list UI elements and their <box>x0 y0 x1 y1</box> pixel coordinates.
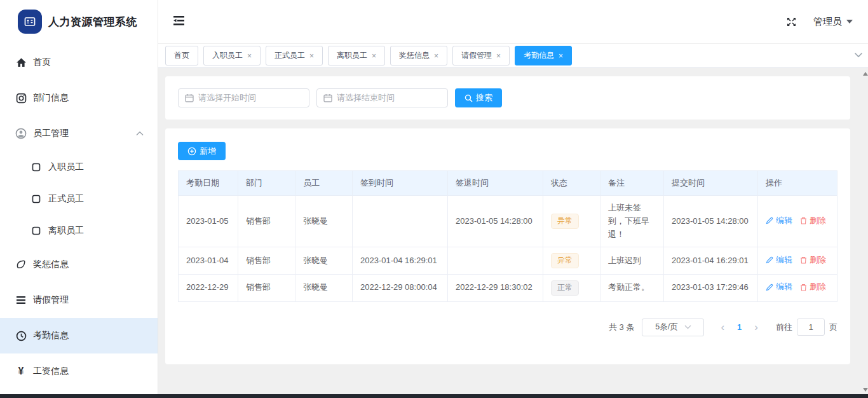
edit-button[interactable]: 编辑 <box>766 254 792 267</box>
sidebar-item-attendance[interactable]: 考勤信息 <box>0 318 158 353</box>
sidebar-item-home[interactable]: 首页 <box>0 45 158 80</box>
sidebar-item-label: 入职员工 <box>48 161 84 173</box>
delete-button[interactable]: 删除 <box>800 280 826 294</box>
close-icon[interactable]: × <box>372 52 376 60</box>
status-badge: 异常 <box>551 214 579 229</box>
square-icon <box>31 225 42 237</box>
circle-plus-icon <box>187 147 196 156</box>
scroll-up-arrow-icon[interactable] <box>863 72 868 76</box>
tab-regular-employees[interactable]: 正式员工 × <box>266 46 323 65</box>
cell-dept: 销售部 <box>238 247 295 275</box>
sidebar-item-salary[interactable]: ¥ 工资信息 <box>0 353 158 389</box>
sidebar-item-departed-employees[interactable]: 离职员工 <box>0 215 158 247</box>
search-panel: 请选择开始时间 请选择结束时间 搜索 <box>165 76 850 120</box>
cell-checkin <box>353 196 448 247</box>
main-content: 请选择开始时间 请选择结束时间 搜索 新增 <box>158 68 863 394</box>
col-actions: 操作 <box>758 171 837 196</box>
start-date-input[interactable]: 请选择开始时间 <box>178 88 309 107</box>
trash-icon <box>800 217 807 224</box>
chevron-down-icon[interactable] <box>854 52 863 58</box>
next-page-button[interactable]: › <box>748 322 764 333</box>
app-title: 人力资源管理系统 <box>48 15 137 29</box>
user-dropdown[interactable]: 管理员 <box>813 16 853 28</box>
edit-label: 编辑 <box>776 254 792 267</box>
close-icon[interactable]: × <box>309 52 314 60</box>
edit-label: 编辑 <box>776 214 792 228</box>
tab-departed-employees[interactable]: 离职员工 × <box>328 46 385 65</box>
sidebar-item-rewards-punishments[interactable]: 奖惩信息 <box>0 247 158 282</box>
current-page[interactable]: 1 <box>731 322 748 332</box>
attendance-panel: 新增 考勤日期 部门 员工 签到时间 签退时间 状态 备注 提交时间 操作 <box>165 128 850 364</box>
sidebar-item-employee-management[interactable]: 员工管理 <box>0 116 158 151</box>
cell-checkout: 2023-01-05 14:28:00 <box>448 196 543 247</box>
home-icon <box>15 57 27 68</box>
delete-button[interactable]: 删除 <box>800 214 826 228</box>
tab-label: 考勤信息 <box>524 50 554 61</box>
close-icon[interactable]: × <box>247 52 252 60</box>
edit-button[interactable]: 编辑 <box>766 214 792 228</box>
table-row: 2023-01-05 销售部 张晓曼 2023-01-05 14:28:00 异… <box>179 196 837 247</box>
tab-onboarding-employees[interactable]: 入职员工 × <box>203 46 261 65</box>
clock-icon <box>15 330 27 341</box>
cell-date: 2022-12-29 <box>179 274 238 301</box>
scroll-down-arrow-icon[interactable] <box>863 388 868 392</box>
end-date-input[interactable]: 请选择结束时间 <box>316 88 448 107</box>
sidebar-item-label: 正式员工 <box>48 193 84 205</box>
chevron-down-icon <box>684 325 691 329</box>
cell-checkin: 2023-01-04 16:29:01 <box>353 247 448 275</box>
page-size-select[interactable]: 5条/页 <box>642 319 704 336</box>
tab-rewards-punishments[interactable]: 奖惩信息 × <box>390 46 447 65</box>
cell-checkout <box>448 247 543 275</box>
cell-status: 异常 <box>543 247 600 275</box>
col-employee: 员工 <box>295 171 353 196</box>
tab-label: 首页 <box>174 50 189 61</box>
cell-status: 正常 <box>543 274 600 301</box>
tab-attendance[interactable]: 考勤信息 × <box>515 46 572 65</box>
sidebar-item-label: 请假管理 <box>33 294 69 306</box>
cell-status: 异常 <box>543 196 600 247</box>
cell-date: 2023-01-04 <box>179 247 238 275</box>
cell-date: 2023-01-05 <box>179 196 238 247</box>
fullscreen-icon[interactable] <box>786 17 797 27</box>
col-checkin-time: 签到时间 <box>353 171 448 196</box>
tab-home[interactable]: 首页 <box>165 46 198 65</box>
vertical-scrollbar[interactable] <box>863 68 868 394</box>
search-button[interactable]: 搜索 <box>455 88 502 107</box>
cell-checkout: 2022-12-29 18:30:02 <box>448 274 543 301</box>
edit-button[interactable]: 编辑 <box>766 280 792 294</box>
close-icon[interactable]: × <box>434 52 438 60</box>
close-icon[interactable]: × <box>496 52 501 60</box>
sidebar-menu: 首页 部门信息 员工管理 入职员工 <box>0 43 158 389</box>
goto-label: 前往 <box>776 322 792 333</box>
yen-icon: ¥ <box>15 366 27 377</box>
topbar-actions: 管理员 <box>786 0 853 43</box>
pencil-icon <box>766 284 773 291</box>
user-icon <box>15 128 27 139</box>
tab-bar: 首页 入职员工 × 正式员工 × 离职员工 × 奖惩信息 × 请假管理 × 考勤… <box>158 43 868 68</box>
delete-button[interactable]: 删除 <box>800 254 826 267</box>
goto-page-input[interactable] <box>797 319 825 336</box>
pencil-icon <box>766 256 773 264</box>
tab-label: 离职员工 <box>337 50 367 61</box>
sidebar-item-onboarding-employees[interactable]: 入职员工 <box>0 151 158 183</box>
sidebar-item-departments[interactable]: 部门信息 <box>0 80 158 116</box>
list-icon <box>15 294 27 306</box>
tab-leave-management[interactable]: 请假管理 × <box>452 46 510 65</box>
cell-actions: 编辑删除 <box>758 196 837 247</box>
cell-remark: 上班未签到，下班早退！ <box>600 196 664 247</box>
sidebar-item-regular-employees[interactable]: 正式员工 <box>0 183 158 215</box>
prev-page-button[interactable]: ‹ <box>714 322 731 333</box>
goto-page: 前往 页 <box>776 319 837 336</box>
table-header-row: 考勤日期 部门 员工 签到时间 签退时间 状态 备注 提交时间 操作 <box>179 171 837 196</box>
sidebar-item-leave-management[interactable]: 请假管理 <box>0 282 158 318</box>
table-row: 2023-01-04 销售部 张晓曼 2023-01-04 16:29:01 异… <box>179 247 837 275</box>
close-icon[interactable]: × <box>559 52 563 60</box>
user-name: 管理员 <box>813 16 842 28</box>
calendar-icon <box>323 93 332 102</box>
add-button[interactable]: 新增 <box>178 142 226 160</box>
page-unit-label: 页 <box>829 322 837 333</box>
cell-dept: 销售部 <box>238 196 295 247</box>
end-date-placeholder: 请选择结束时间 <box>337 92 395 104</box>
collapse-menu-icon[interactable] <box>173 15 185 26</box>
square-icon <box>31 161 42 173</box>
